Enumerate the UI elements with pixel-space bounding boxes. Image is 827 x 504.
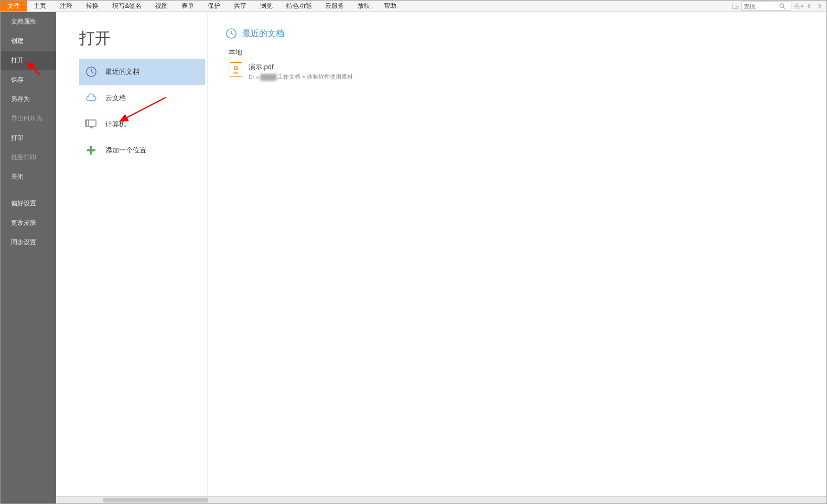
file-name: 演示.pdf [249, 62, 353, 72]
sidebar-item-4[interactable]: 另存为 [1, 90, 56, 109]
open-source-label: 云文档 [105, 93, 126, 103]
open-source-label: 计算机 [105, 119, 126, 129]
menu-tab-12[interactable]: 放映 [351, 1, 377, 12]
svg-line-12 [795, 7, 796, 8]
menu-tab-2[interactable]: 注释 [53, 1, 79, 12]
recent-documents-panel: 最近的文档 本地 GPDF演示.pdfD: »████工作文档 »体验软件使用素… [208, 12, 826, 503]
svg-line-16 [91, 72, 93, 73]
menu-tab-7[interactable]: 保护 [201, 1, 227, 12]
body: 文档属性创建打开保存另存为导出PDF为打印批量打印关闭偏好设置更改皮肤同步设置 … [1, 12, 826, 503]
sidebar-item-3[interactable]: 保存 [1, 70, 56, 90]
quick-search-icon[interactable] [731, 2, 740, 11]
menu-tab-1[interactable]: 主页 [27, 1, 53, 12]
sidebar-item-5: 导出PDF为 [1, 109, 56, 128]
recent-file[interactable]: GPDF演示.pdfD: »████工作文档 »体验软件使用素材 [225, 60, 826, 81]
open-source-cloud[interactable]: 云文档 [79, 85, 205, 111]
open-source-label: 最近的文档 [105, 67, 139, 76]
svg-rect-18 [85, 120, 89, 126]
horizontal-scrollbar[interactable] [56, 496, 826, 503]
open-source-computer[interactable]: 计算机 [79, 111, 205, 137]
search-submit-icon[interactable] [778, 3, 787, 9]
menu-tab-11[interactable]: 云服务 [318, 1, 351, 12]
gear-dropdown-icon[interactable]: ▾ [801, 4, 803, 9]
menu-tab-3[interactable]: 转换 [79, 1, 105, 12]
open-source-label: 添加一个位置 [105, 146, 146, 155]
scrollbar-thumb[interactable] [103, 498, 208, 502]
svg-line-25 [231, 34, 233, 35]
cloud-icon [84, 91, 98, 105]
sidebar-item-6[interactable]: 打印 [1, 128, 56, 148]
clock-icon [225, 28, 237, 39]
menu-tab-13[interactable]: 帮助 [377, 1, 403, 12]
open-sources-panel: 打开 最近的文档云文档计算机添加一个位置 [56, 12, 208, 503]
plus-icon [84, 144, 98, 157]
search-input[interactable] [742, 3, 778, 9]
pdf-file-icon: GPDF [230, 62, 242, 77]
open-source-clock[interactable]: 最近的文档 [79, 59, 205, 85]
local-label: 本地 [229, 48, 826, 57]
menubar-spacer [403, 1, 731, 12]
open-title: 打开 [56, 28, 207, 59]
sidebar-item-10[interactable]: 更改皮肤 [1, 213, 56, 233]
svg-line-13 [799, 4, 800, 5]
svg-rect-22 [87, 149, 95, 151]
menu-tab-9[interactable]: 浏览 [253, 1, 280, 12]
sidebar-item-2[interactable]: 打开 [1, 51, 56, 70]
svg-line-10 [795, 4, 796, 5]
menu-tab-6[interactable]: 表单 [175, 1, 201, 12]
nav-prev-icon[interactable] [804, 2, 814, 11]
file-path: D: »████工作文档 »体验软件使用素材 [249, 73, 353, 81]
menu-bar: 文件主页注释转换填写&签名视图表单保护共享浏览特色功能云服务放映帮助 ▾ [1, 1, 826, 12]
recent-section-title: 最近的文档 [242, 28, 284, 39]
svg-line-2 [738, 8, 739, 9]
recent-section-header: 最近的文档 [225, 28, 826, 39]
search-box[interactable] [742, 2, 791, 11]
svg-point-5 [796, 5, 798, 7]
sidebar-item-11[interactable]: 同步设置 [1, 233, 56, 252]
svg-line-4 [783, 7, 785, 8]
menu-tab-10[interactable]: 特色功能 [280, 1, 318, 12]
file-sidebar: 文档属性创建打开保存另存为导出PDF为打印批量打印关闭偏好设置更改皮肤同步设置 [1, 12, 56, 503]
clock-icon [84, 65, 98, 79]
app-window: 文件主页注释转换填写&签名视图表单保护共享浏览特色功能云服务放映帮助 ▾ [0, 0, 827, 504]
svg-rect-17 [87, 120, 96, 126]
open-source-plus[interactable]: 添加一个位置 [79, 137, 205, 163]
sidebar-item-1[interactable]: 创建 [1, 31, 56, 51]
sidebar-item-9[interactable]: 偏好设置 [1, 194, 56, 213]
sidebar-item-8[interactable]: 关闭 [1, 167, 56, 187]
menu-tab-8[interactable]: 共享 [227, 1, 253, 12]
menu-tab-0[interactable]: 文件 [1, 1, 27, 12]
sidebar-item-0[interactable]: 文档属性 [1, 12, 56, 31]
svg-line-11 [799, 7, 800, 8]
menu-tab-5[interactable]: 视图 [148, 1, 175, 12]
nav-next-icon[interactable] [815, 2, 824, 11]
sidebar-item-7: 批量打印 [1, 148, 56, 167]
computer-icon [84, 117, 98, 131]
svg-point-3 [780, 4, 783, 7]
menu-tab-4[interactable]: 填写&签名 [105, 1, 148, 12]
menubar-right-tools: ▾ [731, 1, 826, 12]
